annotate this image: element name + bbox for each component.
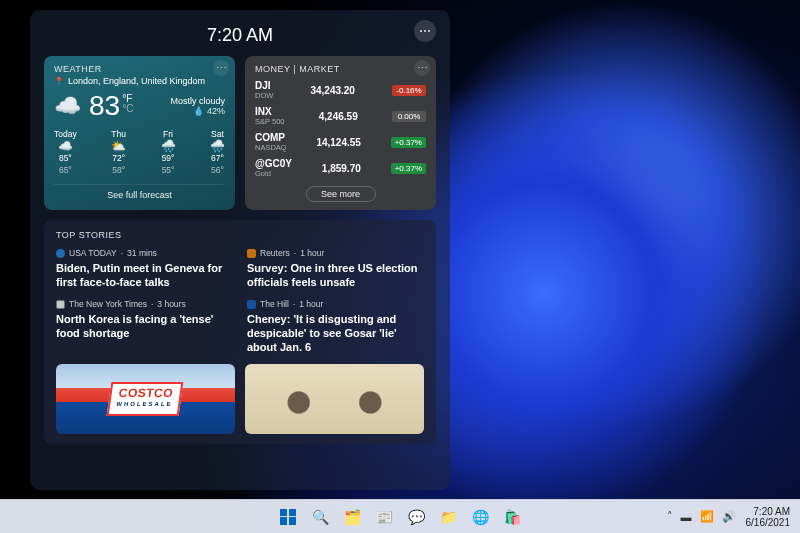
forecast-day[interactable]: Fri 🌧️ 59° 55° [161,128,176,176]
weather-see-forecast-link[interactable]: See full forecast [54,184,225,200]
weather-card[interactable]: WEATHER ⋯ 📍 London, England, United King… [44,56,235,210]
top-stories-card: TOP STORIES USA TODAY · 31 mins Biden, P… [44,220,436,444]
windows-logo-icon [280,509,296,525]
wifi-icon[interactable]: 📶 [700,510,714,523]
task-view-icon: 🗂️ [344,509,361,525]
system-tray[interactable]: ˄ ▬ 📶 🔊 7:20 AM 6/16/2021 [667,506,791,528]
ticker-row[interactable]: @GC0YGold 1,859.70 +0.37% [255,158,426,178]
widgets-more-button[interactable]: ⋯ [414,20,436,42]
forecast-day[interactable]: Sat 🌧️ 67° 56° [210,128,225,176]
widgets-panel: 7:20 AM ⋯ WEATHER ⋯ 📍 London, England, U… [30,10,450,490]
tray-clock[interactable]: 7:20 AM 6/16/2021 [746,506,791,528]
ticker-row[interactable]: DJIDOW 34,243.20 -0.16% [255,80,426,100]
weather-forecast-row: Today ☁️ 85° 65° Thu ⛅ 72° 58° Fri 🌧️ 59… [54,128,225,176]
file-explorer-button[interactable]: 📁 [435,504,461,530]
battery-icon[interactable]: ▬ [681,511,692,523]
forecast-day[interactable]: Today ☁️ 85° 65° [54,128,77,176]
store-button[interactable]: 🛍️ [499,504,525,530]
story-item[interactable]: USA TODAY · 31 mins Biden, Putin meet in… [56,248,233,289]
start-button[interactable] [275,504,301,530]
weather-card-more[interactable]: ⋯ [213,60,229,76]
story-item[interactable]: The New York Times · 3 hours North Korea… [56,299,233,354]
widgets-header: 7:20 AM ⋯ [44,20,436,50]
weather-condition: Mostly cloudy 💧 42% [170,96,225,116]
widgets-icon: 📰 [376,509,393,525]
task-view-button[interactable]: 🗂️ [339,504,365,530]
weather-temperature: 83 °F °C [89,90,133,122]
story-item[interactable]: Reuters · 1 hour Survey: One in three US… [247,248,424,289]
tray-chevron-up-icon[interactable]: ˄ [667,510,673,523]
widgets-clock: 7:20 AM [207,25,273,46]
story-item[interactable]: The Hill · 1 hour Cheney: 'It is disgust… [247,299,424,354]
chat-button[interactable]: 💬 [403,504,429,530]
ticker-row[interactable]: INXS&P 500 4,246.59 0.00% [255,106,426,126]
search-icon: 🔍 [312,509,329,525]
edge-icon: 🌐 [472,509,489,525]
chat-icon: 💬 [408,509,425,525]
forecast-day[interactable]: Thu ⛅ 72° 58° [111,128,126,176]
weather-title: WEATHER [54,64,225,74]
money-see-more-link[interactable]: See more [306,186,376,202]
news-image-tile[interactable]: COSTCO WHOLESALE [56,364,235,434]
taskbar-center: 🔍 🗂️ 📰 💬 📁 🌐 🛍️ [275,504,525,530]
search-button[interactable]: 🔍 [307,504,333,530]
costco-sign: COSTCO WHOLESALE [107,382,184,416]
top-stories-title: TOP STORIES [56,230,424,240]
edge-button[interactable]: 🌐 [467,504,493,530]
money-market-card[interactable]: MONEY | MARKET ⋯ DJIDOW 34,243.20 -0.16%… [245,56,436,210]
folder-icon: 📁 [440,509,457,525]
store-icon: 🛍️ [504,509,521,525]
weather-location: 📍 London, England, United Kingdom [54,76,225,86]
money-card-more[interactable]: ⋯ [414,60,430,76]
widgets-button[interactable]: 📰 [371,504,397,530]
news-image-tile[interactable] [245,364,424,434]
ticker-row[interactable]: COMPNASDAQ 14,124.55 +0.37% [255,132,426,152]
volume-icon[interactable]: 🔊 [722,510,736,523]
taskbar: 🔍 🗂️ 📰 💬 📁 🌐 🛍️ ˄ ▬ 📶 🔊 7:20 AM 6/16/202… [0,499,800,533]
weather-location-text: London, England, United Kingdom [68,76,205,86]
money-title: MONEY | MARKET [255,64,426,74]
weather-condition-icon: ☁️ [54,93,81,119]
location-pin-icon: 📍 [54,77,64,86]
